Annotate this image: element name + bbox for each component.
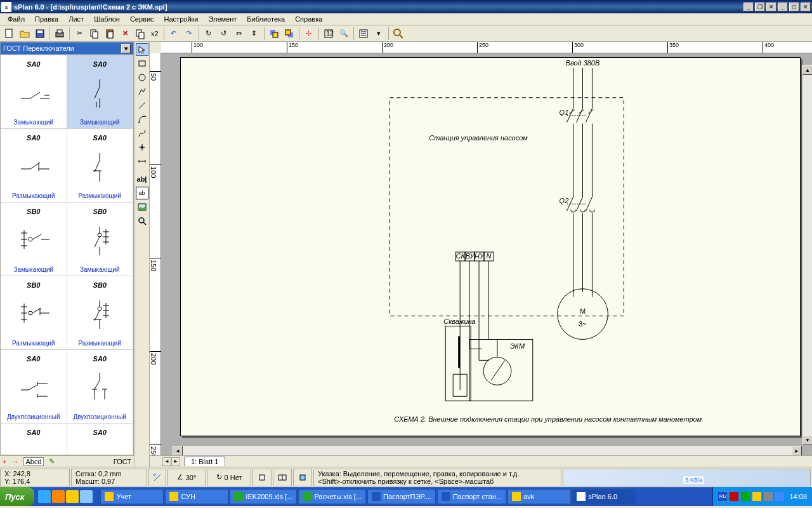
renumber-icon[interactable]: 12 [322, 27, 336, 41]
line-tool[interactable] [136, 99, 148, 112]
tray-icon[interactable] [764, 492, 773, 501]
print-icon[interactable] [53, 27, 67, 41]
list-icon[interactable] [357, 27, 370, 41]
bezier-tool[interactable] [136, 127, 148, 140]
poly-tool[interactable] [136, 85, 148, 98]
taskbar-task[interactable]: sPlan 6.0 [572, 489, 636, 504]
caption: СХЕМА 2. Внешние подключения стации при … [394, 415, 702, 423]
library-item[interactable]: SA0Замыкающий [1, 55, 67, 129]
zoom-tool[interactable] [136, 215, 148, 227]
delete-icon[interactable]: ✕ [118, 27, 132, 41]
minimize-button[interactable]: _ [743, 3, 754, 11]
taskbar-task[interactable]: Расчеты.xls [... [298, 489, 366, 504]
curve-tool[interactable] [136, 113, 148, 126]
menu-library[interactable]: Библиотека [242, 14, 290, 24]
library-item[interactable]: SB0Размыкающий [1, 276, 67, 350]
dropdown-arrow-icon[interactable]: ▾ [372, 27, 386, 41]
menu-bar: Файл Правка Лист Шаблон Сервис Настройки… [0, 13, 812, 25]
ql-icon[interactable] [66, 490, 79, 503]
library-item[interactable]: SB0Замыкающий [1, 203, 67, 276]
sheet-tab[interactable]: 1: Blatt 1 [184, 457, 225, 466]
net-speed: 5 KB/s [683, 476, 704, 484]
close-button-doc[interactable]: ✕ [766, 3, 776, 11]
scrollbar-horizontal[interactable]: ◄► [173, 445, 802, 455]
x2-label[interactable]: x2 [148, 30, 161, 37]
image-tool[interactable] [136, 201, 148, 213]
copy-icon[interactable] [88, 27, 102, 41]
ql-icon[interactable] [52, 490, 65, 503]
magnify-icon[interactable] [391, 27, 405, 41]
svg-line-147 [491, 360, 505, 380]
redo-icon[interactable]: ↷ [182, 27, 196, 41]
taskbar-task[interactable]: ПаспортПЭР.... [367, 489, 436, 504]
find-icon[interactable]: 🔍 [337, 27, 351, 41]
circle-tool[interactable] [136, 71, 148, 84]
dimension-tool[interactable] [136, 155, 148, 168]
library-item[interactable]: SA0Размыкающий [1, 129, 67, 203]
duplicate-icon[interactable] [133, 27, 147, 41]
ql-icon[interactable] [80, 490, 93, 503]
ql-icon[interactable] [38, 490, 51, 503]
svg-text:Q1: Q1 [560, 109, 569, 116]
svg-line-36 [95, 161, 100, 172]
tray-icon[interactable] [775, 492, 784, 501]
tray-icon[interactable] [752, 492, 761, 501]
menu-service[interactable]: Сервис [125, 14, 159, 24]
rotate-cw-icon[interactable]: ↻ [202, 27, 216, 41]
library-select[interactable]: ГОСТ Переключатели ▾ [0, 42, 134, 55]
clock[interactable]: 14:08 [787, 493, 807, 500]
library-item[interactable]: SA0 [1, 424, 67, 455]
paste-icon[interactable] [103, 27, 117, 41]
send-back-icon[interactable] [282, 27, 296, 41]
pointer-tool[interactable] [136, 43, 148, 56]
close-app-button[interactable]: ✕ [801, 3, 811, 11]
rect-tool[interactable] [136, 57, 148, 70]
library-item[interactable]: SA0Размыкающий [67, 129, 134, 203]
menu-element[interactable]: Элемент [203, 14, 242, 24]
menu-file[interactable]: Файл [3, 14, 30, 24]
lang-indicator[interactable]: RU [718, 492, 727, 501]
svg-line-96 [143, 222, 146, 225]
mirror-v-icon[interactable]: ⇕ [247, 27, 261, 41]
taskbar-task[interactable]: Паспорт стан... [437, 489, 506, 504]
menu-help[interactable]: Справка [290, 14, 327, 24]
menu-edit[interactable]: Правка [30, 14, 63, 24]
undo-icon[interactable]: ↶ [167, 27, 181, 41]
tray-icon[interactable] [730, 492, 738, 501]
cut-icon[interactable]: ✂ [72, 27, 86, 41]
junction-tool[interactable] [136, 141, 148, 154]
taskbar-task[interactable]: IEK2009.xls [... [230, 489, 297, 504]
rotate-ccw-icon[interactable]: ↺ [217, 27, 231, 41]
menu-settings[interactable]: Настройки [159, 14, 204, 24]
mirror-h-icon[interactable]: ⇔ [232, 27, 246, 41]
library-item[interactable]: SA0Двухпозиционный [67, 350, 134, 424]
library-item[interactable]: SA0Двухпозиционный [1, 350, 67, 424]
new-icon[interactable] [3, 27, 16, 41]
library-item[interactable]: SA0 [67, 424, 134, 455]
menu-template[interactable]: Шаблон [89, 14, 125, 24]
tray-icon[interactable] [741, 492, 750, 501]
menu-sheet[interactable]: Лист [63, 14, 89, 24]
viewport[interactable]: Станция управления насосом Ввод 380В Q1 [161, 53, 812, 455]
taskbar-task[interactable]: Учет [100, 489, 164, 504]
library-item[interactable]: SB0Размыкающий [67, 276, 134, 350]
dropdown-icon[interactable]: ▾ [121, 44, 131, 53]
svg-line-105 [570, 110, 575, 114]
snap-icon[interactable]: ⊹ [302, 27, 316, 41]
start-button[interactable]: Пуск [0, 487, 34, 506]
drawing-page[interactable]: Станция управления насосом Ввод 380В Q1 [180, 57, 801, 436]
bring-front-icon[interactable] [267, 27, 281, 41]
save-icon[interactable] [33, 27, 47, 41]
open-icon[interactable] [18, 27, 32, 41]
taskbar-task[interactable]: СУН [165, 489, 228, 504]
maximize-app-button[interactable]: □ [789, 3, 799, 11]
library-item[interactable]: SA0Замыкающий [67, 55, 134, 129]
textbox-tool[interactable]: ab [136, 187, 148, 199]
minimize-app-button[interactable]: _ [778, 3, 788, 11]
text-tool[interactable]: ab| [136, 173, 148, 185]
taskbar-task[interactable]: avk [508, 489, 571, 504]
scrollbar-vertical[interactable]: ▲▼ [802, 65, 812, 445]
restore-button[interactable]: ❐ [755, 3, 765, 11]
library-item[interactable]: SB0Замыкающий [67, 203, 134, 276]
svg-rect-141 [458, 337, 460, 368]
